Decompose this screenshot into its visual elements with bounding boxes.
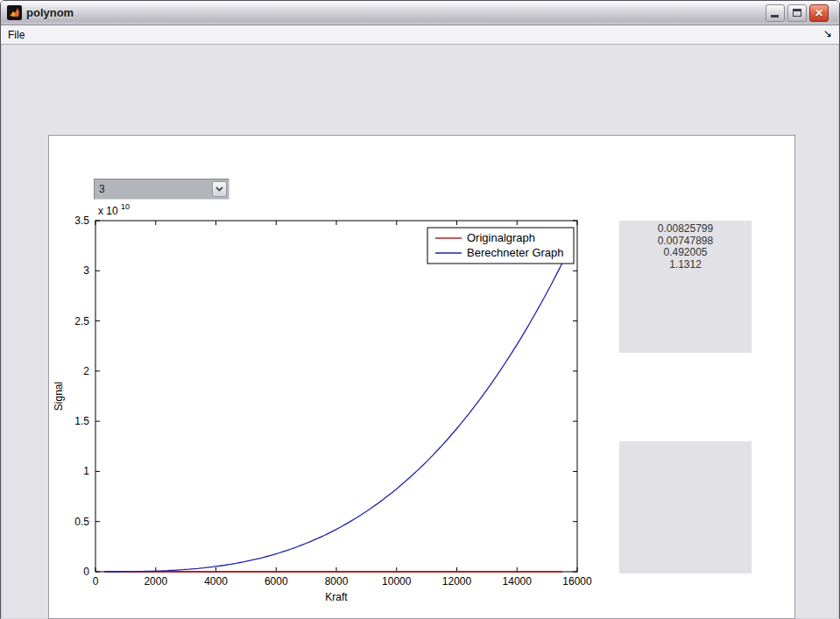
svg-text:1: 1	[83, 465, 89, 477]
svg-text:Originalgraph: Originalgraph	[467, 231, 535, 244]
maximize-icon	[793, 9, 801, 17]
svg-text:Berechneter Graph: Berechneter Graph	[467, 246, 564, 259]
svg-text:8000: 8000	[325, 575, 349, 587]
svg-text:4000: 4000	[204, 575, 228, 587]
svg-text:3: 3	[83, 264, 89, 277]
close-icon: ✕	[815, 7, 823, 19]
minimize-icon	[771, 15, 779, 18]
svg-text:Kraft: Kraft	[325, 591, 348, 603]
svg-text:Signal: Signal	[53, 382, 65, 411]
svg-text:0: 0	[83, 566, 89, 578]
svg-text:2: 2	[83, 365, 89, 377]
coefficient-value: 0.492005	[619, 247, 752, 259]
close-button[interactable]: ✕	[809, 4, 829, 22]
dropdown-value: 3	[95, 183, 212, 195]
svg-text:2.5: 2.5	[74, 315, 89, 327]
coefficient-value: 0.00747898	[619, 236, 752, 248]
svg-text:14000: 14000	[503, 575, 533, 587]
dock-figure-arrow-icon[interactable]: ↘	[823, 27, 832, 39]
maximize-button[interactable]	[787, 4, 807, 22]
svg-text:2000: 2000	[144, 575, 167, 587]
svg-text:6000: 6000	[265, 575, 288, 587]
coefficient-value: 0.00825799	[619, 223, 752, 236]
coefficients-display: 0.00825799 0.00747898 0.492005 1.1312	[619, 221, 752, 353]
svg-text:3.5: 3.5	[74, 215, 89, 227]
figure-background: 020004000600080001000012000140001600000.…	[1, 45, 839, 619]
menu-file[interactable]: File	[1, 27, 32, 43]
coefficient-value: 1.1312	[619, 259, 752, 271]
minimize-button[interactable]	[766, 4, 785, 22]
svg-text:12000: 12000	[442, 575, 472, 587]
svg-text:16000: 16000	[562, 575, 592, 587]
svg-text:10000: 10000	[382, 575, 412, 587]
chevron-down-icon[interactable]	[212, 181, 227, 197]
titlebar[interactable]: polynom ✕	[1, 1, 839, 25]
svg-text:0.5: 0.5	[74, 516, 89, 528]
figure-panel: 020004000600080001000012000140001600000.…	[48, 135, 795, 619]
svg-text:x 10 10: x 10 10	[98, 202, 130, 217]
polynomial-degree-dropdown[interactable]: 3	[94, 179, 229, 200]
empty-display-panel	[619, 441, 752, 573]
svg-text:1.5: 1.5	[74, 415, 89, 427]
matlab-logo-icon	[7, 5, 22, 20]
polynom-window: polynom ✕ File ↘ 02000400060008000100001…	[0, 0, 840, 619]
window-title: polynom	[26, 6, 766, 19]
menubar: File ↘	[1, 25, 839, 45]
svg-text:0: 0	[93, 575, 99, 587]
